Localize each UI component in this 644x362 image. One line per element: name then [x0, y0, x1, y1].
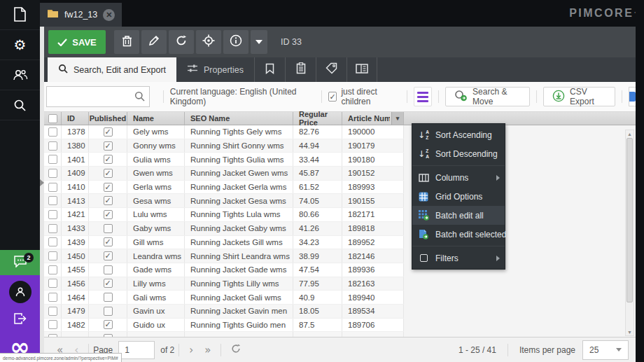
row-select-checkbox[interactable] — [44, 125, 62, 139]
grid-search-field[interactable] — [46, 86, 150, 107]
saved-columns-button[interactable] — [414, 87, 433, 106]
table-row[interactable]: 1455 Gade wms Running Jacket Gade wms 47… — [44, 263, 404, 277]
checkbox-checked-icon[interactable]: ✓ — [328, 92, 337, 102]
sidebar-item-documents[interactable] — [0, 0, 40, 30]
published-checkbox[interactable] — [104, 224, 113, 233]
published-checkbox[interactable] — [104, 293, 113, 302]
row-select-checkbox[interactable] — [44, 249, 62, 263]
table-row[interactable]: 1433 Gaby wms Running Jacket Gaby wms 41… — [44, 222, 404, 236]
published-checkbox[interactable] — [104, 307, 113, 316]
sidebar-item-search[interactable] — [0, 90, 40, 120]
row-select-checkbox[interactable] — [44, 153, 62, 166]
menu-item-filters[interactable]: Filters — [412, 249, 505, 267]
cell-published[interactable] — [89, 249, 127, 263]
vertical-scrollbar[interactable]: ▲ ▼ — [625, 130, 634, 336]
info-button[interactable] — [223, 30, 248, 54]
cell-published[interactable] — [89, 319, 127, 332]
csv-export-button[interactable]: CSV Export — [543, 87, 615, 106]
sidebar-item-settings[interactable]: ⚙ — [0, 30, 40, 60]
column-header-seo-name[interactable]: SEO Name — [185, 112, 293, 125]
table-row[interactable]: 1479 Gavin ux Running Jacket Gavin men 1… — [44, 305, 404, 319]
row-select-checkbox[interactable] — [44, 194, 62, 207]
row-select-checkbox[interactable] — [44, 181, 62, 194]
reload-button[interactable] — [169, 30, 194, 54]
table-row[interactable]: 1410 Gerla wms Running Jacket Gerla wms … — [44, 181, 404, 195]
menu-item-batch-edit-all[interactable]: Batch edit all — [412, 206, 505, 225]
notifications-button[interactable]: 2 — [0, 250, 40, 275]
table-row[interactable]: 1401 Gulia wms Running Tights Gulia wms … — [44, 153, 404, 167]
published-checkbox[interactable] — [104, 320, 113, 329]
cell-published[interactable] — [89, 236, 127, 249]
refresh-grid-button[interactable] — [225, 344, 246, 356]
table-row[interactable]: 1456 Lilly wms Running Tights Lilly wms … — [44, 277, 404, 291]
menu-item-sort-ascending[interactable]: ↓AZ Sort Ascending — [412, 125, 505, 144]
cell-published[interactable] — [89, 305, 127, 318]
row-select-checkbox[interactable] — [44, 263, 62, 277]
table-row[interactable]: 1413 Gesa wms Running Jacket Gesa wms 74… — [44, 194, 404, 208]
open-object-tab[interactable]: fw12_13 ✕ — [40, 3, 122, 27]
column-header-name[interactable]: Name — [127, 112, 185, 125]
scroll-up-icon[interactable]: ▲ — [626, 130, 634, 137]
table-row[interactable] — [44, 332, 404, 337]
table-row[interactable]: 1409 Gwen wms Running Jacket Gwen wms 45… — [44, 167, 404, 181]
menu-item-sort-descending[interactable]: ↓ZA Sort Descending — [412, 144, 505, 163]
search-and-move-button[interactable]: Search & Move — [445, 87, 530, 106]
cell-published[interactable] — [89, 125, 127, 139]
locate-in-tree-button[interactable] — [196, 30, 221, 54]
items-per-page-select[interactable]: 25 — [582, 340, 629, 360]
row-select-checkbox[interactable] — [44, 305, 62, 318]
table-row[interactable]: 1482 Guido ux Running Tights Guido men 8… — [44, 319, 404, 333]
cell-published[interactable] — [89, 277, 127, 291]
row-select-checkbox[interactable] — [44, 167, 62, 180]
cell-published[interactable] — [89, 208, 127, 221]
page-number-input[interactable] — [118, 341, 155, 359]
published-checkbox[interactable] — [104, 183, 113, 192]
table-row[interactable]: 1450 Leandra wms Running Shirt Leandra w… — [44, 249, 404, 263]
cell-published[interactable] — [89, 332, 127, 337]
column-header-id[interactable]: ID — [62, 112, 89, 125]
row-select-checkbox[interactable] — [44, 332, 62, 337]
scroll-down-icon[interactable]: ▼ — [626, 328, 634, 335]
published-checkbox[interactable] — [104, 127, 113, 137]
tab-properties[interactable]: Properties — [176, 57, 254, 82]
row-select-checkbox[interactable] — [44, 139, 62, 153]
published-checkbox[interactable] — [104, 334, 113, 337]
rename-button[interactable] — [141, 30, 167, 54]
tab-notes-events[interactable] — [285, 57, 316, 82]
row-select-checkbox[interactable] — [44, 319, 62, 332]
last-page-button[interactable]: » — [199, 344, 216, 356]
tab-tags[interactable] — [316, 57, 346, 82]
cell-published[interactable] — [89, 139, 127, 153]
column-menu-trigger[interactable]: ▾ — [391, 112, 403, 125]
cell-published[interactable] — [89, 291, 127, 304]
scrollbar-thumb[interactable] — [626, 138, 633, 302]
cell-published[interactable] — [89, 153, 127, 166]
row-select-checkbox[interactable] — [44, 222, 62, 235]
published-checkbox[interactable] — [104, 169, 113, 178]
save-button[interactable]: SAVE — [48, 30, 106, 54]
menu-item-columns[interactable]: Columns — [412, 168, 505, 187]
column-header-regular-price[interactable]: Regular Price — [293, 112, 342, 125]
xlsx-export-button[interactable] — [629, 87, 636, 106]
tab-preview[interactable] — [346, 57, 377, 82]
logout-button[interactable] — [0, 309, 40, 331]
table-row[interactable]: 1421 Lulu wms Running Tights Lula wms 80… — [44, 208, 404, 222]
published-checkbox[interactable] — [104, 237, 113, 246]
row-select-checkbox[interactable] — [44, 277, 62, 291]
row-select-checkbox[interactable] — [44, 236, 62, 249]
sidebar-item-users[interactable] — [0, 60, 40, 90]
more-actions-button[interactable] — [251, 30, 267, 54]
cell-published[interactable] — [89, 194, 127, 207]
published-checkbox[interactable] — [104, 210, 113, 219]
published-checkbox[interactable] — [104, 279, 113, 288]
tree-splitter[interactable] — [40, 27, 44, 362]
menu-item-grid-options[interactable]: Grid Options — [412, 187, 505, 206]
column-header-article-number[interactable]: Article Numb ▾ — [342, 112, 404, 125]
delete-button[interactable] — [114, 30, 139, 54]
published-checkbox[interactable] — [104, 251, 113, 260]
table-row[interactable]: 1380 Gonny wms Running Shirt Gonny wms 4… — [44, 139, 404, 153]
tab-schedule[interactable] — [254, 57, 285, 82]
row-select-checkbox[interactable] — [44, 291, 62, 304]
row-select-checkbox[interactable] — [44, 208, 62, 221]
column-header-published[interactable]: Published — [89, 112, 127, 125]
